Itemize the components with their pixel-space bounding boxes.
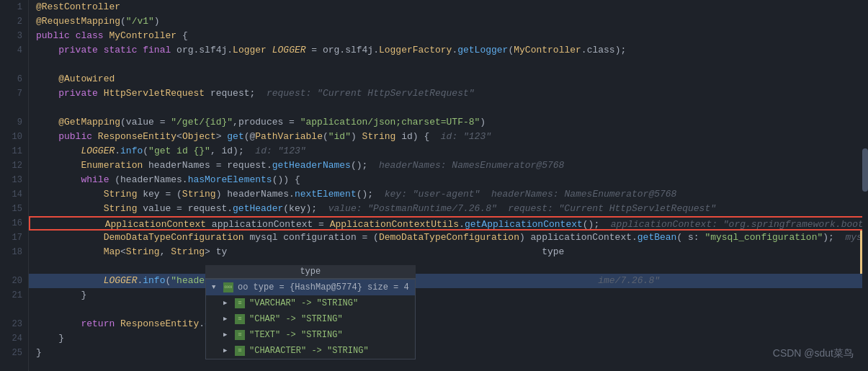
method-getheadernames: getHeaderNames bbox=[272, 160, 351, 171]
type-httpservlet: HttpServletRequest bbox=[104, 88, 205, 99]
line-num-19 bbox=[0, 259, 22, 274]
line-num-25: 25 bbox=[0, 346, 22, 360]
plain-10b bbox=[92, 131, 98, 142]
plain-9c: ,produces = bbox=[233, 117, 300, 128]
type-enumeration: Enumeration bbox=[81, 160, 143, 171]
plain-10g: ) bbox=[351, 131, 362, 142]
plain-25a: } bbox=[36, 347, 42, 358]
plain-11c: ( bbox=[143, 146, 148, 156]
method-getlogger: getLogger bbox=[457, 45, 508, 55]
code-area: @RestController @RequestMapping("/v1") p… bbox=[29, 0, 868, 371]
plain-17a bbox=[36, 232, 104, 243]
plain-21a: } bbox=[36, 290, 86, 300]
plain-15a bbox=[36, 203, 104, 214]
plain-18b: < bbox=[120, 246, 126, 257]
comment-request: request: "Current HttpServletRequest" bbox=[267, 88, 475, 99]
plain-9a bbox=[36, 117, 58, 128]
plain-14d: (); bbox=[357, 189, 385, 200]
plain-10f: ( bbox=[323, 131, 328, 142]
plain-16d: (); bbox=[583, 219, 611, 230]
line-num-11: 11 bbox=[0, 144, 22, 158]
comment-ime: ime/7.26.8" bbox=[598, 275, 660, 286]
method-hasmore: hasMoreElements bbox=[188, 174, 272, 185]
type-string-10: String bbox=[362, 131, 396, 142]
plain-4f: = org.slf4j. bbox=[306, 45, 379, 55]
plain-23b bbox=[115, 318, 120, 329]
plain-14a bbox=[36, 189, 104, 200]
plain-2a: ( bbox=[120, 16, 126, 27]
item4-text: "CHARACTER" -> "STRING" bbox=[249, 343, 369, 359]
code-line-16: ApplicationContext applicationContext = … bbox=[29, 216, 868, 231]
type-demodatatype: DemoDataTypeConfiguration bbox=[104, 232, 244, 243]
item2-arrow: ▶ bbox=[223, 311, 231, 327]
code-line-22 bbox=[29, 303, 868, 317]
classname-responseentity-23: ResponseEntity bbox=[120, 318, 199, 329]
code-line-10: public ResponseEntity<Object> get(@PathV… bbox=[29, 130, 868, 144]
line-num-1: 1 bbox=[0, 0, 22, 14]
dropdown-root-item[interactable]: ▼ ∞∞ oo type = {HashMap@5774} size = 4 bbox=[206, 280, 415, 295]
plain-7a bbox=[36, 88, 58, 99]
line-num-2: 2 bbox=[0, 14, 22, 29]
string-id: "id" bbox=[328, 131, 351, 142]
type-string-cast-14: String bbox=[182, 189, 216, 200]
plain-7c: request; bbox=[205, 88, 267, 99]
kw-private-7: private bbox=[58, 88, 98, 99]
plain-23c: . bbox=[199, 318, 205, 329]
code-line-17: DemoDataTypeConfiguration mysql configur… bbox=[29, 231, 868, 245]
plain-17b: mysql configuration = ( bbox=[244, 232, 379, 243]
plain-6a bbox=[36, 73, 58, 84]
plain-18c: , bbox=[160, 246, 171, 257]
line-num-7: 7 bbox=[0, 86, 22, 101]
yellow-indicator bbox=[860, 231, 862, 274]
dropdown-item-2[interactable]: ▶ ≡ "CHAR" -> "STRING" bbox=[206, 311, 415, 327]
annotation-rest-controller: @RestController bbox=[36, 1, 120, 12]
plain-24a: } bbox=[36, 333, 64, 344]
annotation-pathvariable: PathVariable bbox=[255, 131, 323, 142]
plain-10a bbox=[36, 131, 58, 142]
item3-arrow: ▶ bbox=[223, 327, 231, 343]
type-string-15: String bbox=[104, 203, 138, 214]
plain-11b: . bbox=[115, 146, 120, 156]
plain-3c: { bbox=[176, 30, 188, 41]
kw-public-10: public bbox=[58, 131, 92, 142]
plain-14c: ) headerNames. bbox=[216, 189, 295, 200]
plain-10d: > bbox=[216, 131, 228, 142]
string-getid: "/get/{id}" bbox=[171, 117, 233, 128]
type-map: Map bbox=[104, 246, 120, 257]
dropdown-item-4[interactable]: ▶ ≡ "CHARACTER" -> "STRING" bbox=[206, 343, 415, 359]
comment-id-123: id: "123" bbox=[255, 146, 305, 156]
plain-7b bbox=[98, 88, 104, 99]
dropdown-item-3[interactable]: ▶ ≡ "TEXT" -> "STRING" bbox=[206, 327, 415, 343]
type-demodatatype2: DemoDataTypeConfiguration bbox=[379, 232, 519, 243]
watermark: CSDN @sdut菜鸟 bbox=[773, 347, 854, 360]
comment-headernames: headerNames: NamesEnumerator@5768 bbox=[379, 160, 564, 171]
scrollbar-thumb[interactable] bbox=[862, 148, 868, 192]
comment-id: id: "123" bbox=[441, 131, 491, 142]
plain-17e: ); bbox=[823, 232, 845, 243]
field-icon-2: ≡ bbox=[235, 314, 245, 324]
field-icon-4: ≡ bbox=[235, 346, 245, 356]
kw-private-4: private bbox=[58, 45, 98, 55]
plain-14b: key = ( bbox=[137, 189, 182, 200]
type-string-map2: String bbox=[171, 246, 205, 257]
line-num-24: 24 bbox=[0, 331, 22, 346]
plain-9b: (value = bbox=[120, 117, 171, 128]
line-num-4: 4 bbox=[0, 43, 22, 58]
plain-4a bbox=[36, 45, 58, 55]
method-getheader: getHeader bbox=[233, 203, 283, 214]
annotation-request-mapping: @RequestMapping bbox=[36, 16, 120, 27]
plain-2b: ) bbox=[154, 16, 160, 27]
code-line-13: while (headerNames.hasMoreElements()) { bbox=[29, 173, 868, 187]
type-string-map1: String bbox=[126, 246, 160, 257]
right-scrollbar[interactable] bbox=[862, 0, 868, 371]
comment-key: key: "user-agent" headerNames: NamesEnum… bbox=[385, 189, 677, 200]
plain-18d: > ty type bbox=[205, 246, 564, 257]
plain-17c: ) applicationContext. bbox=[519, 232, 637, 243]
type-logger: Logger bbox=[233, 45, 267, 55]
dropdown-item-1[interactable]: ▶ ≡ "VARCHAR" -> "STRING" bbox=[206, 295, 415, 311]
code-line-3: public class MyController { bbox=[29, 29, 868, 43]
plain-16c: . bbox=[459, 219, 465, 230]
annotation-getmapping: @GetMapping bbox=[58, 117, 120, 128]
kw-return: return bbox=[81, 318, 115, 329]
plain-20a bbox=[36, 275, 104, 286]
